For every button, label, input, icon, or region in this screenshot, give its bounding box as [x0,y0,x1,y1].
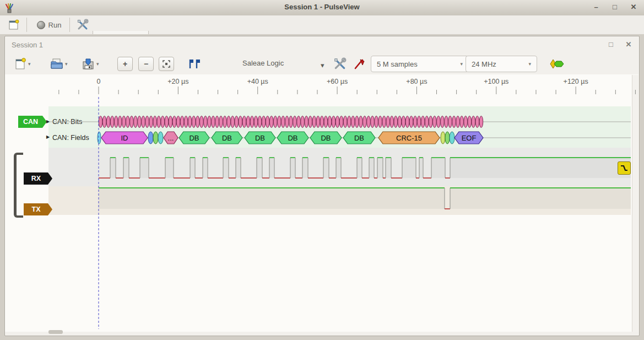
decoder-row-label-fields: CAN: Fields [52,134,89,142]
new-session-button[interactable] [4,17,23,33]
run-state-icon [37,21,45,29]
open-dropdown-icon[interactable]: ▾ [65,61,68,67]
trigger-marker[interactable] [618,161,631,175]
expand-arrow-icon[interactable]: ▶ [46,134,50,139]
session-toolbar: ▾ ▾ ▾ [5,54,639,75]
probe-icon [353,57,366,71]
sample-rate-value: 24 MHz [472,60,496,68]
maximize-button[interactable]: □ [610,2,620,12]
subwindow-restore-button[interactable]: □ [606,40,616,50]
sample-count-select[interactable]: 5 M samples ▾ [371,56,469,72]
new-file-dropdown-icon[interactable]: ▾ [28,61,31,67]
channels-probe-button[interactable] [353,56,366,72]
new-session-icon [8,19,19,30]
add-decoder-button[interactable] [549,56,565,72]
new-file-icon [14,57,26,71]
subwindow-header[interactable]: Session 1 □ ✕ [5,36,639,54]
save-dropdown-icon[interactable]: ▾ [96,61,99,67]
zoom-fit-icon [162,60,171,68]
device-select-arrow-icon[interactable]: ▾ [321,61,324,69]
subwindow-title: Session 1 [12,41,43,49]
toolbar-separator [26,18,27,32]
decoder-row-background [48,106,631,148]
subwindow-close-button[interactable]: ✕ [624,40,634,50]
wrench-screwdriver-icon [77,19,89,31]
zoom-fit-button[interactable] [159,56,174,72]
main-toolbar: Run Session 1 ✕ [0,15,644,35]
rx-row-background [48,148,631,186]
channel-group-bracket[interactable] [14,153,23,218]
zoom-in-button[interactable]: + [117,56,133,72]
sample-count-value: 5 M samples [377,60,418,68]
decoder-row-label-bits: CAN: Bits [52,118,82,126]
open-folder-icon [50,57,63,71]
save-icon [82,57,95,71]
show-cursors-button[interactable] [187,56,201,72]
open-file-button[interactable]: ▾ [50,56,68,72]
save-button[interactable]: ▾ [82,56,99,72]
run-button-label: Run [48,21,62,29]
sample-rate-select[interactable]: 24 MHz ▾ [466,56,537,72]
tx-row-background [48,186,631,215]
window-title: Session 1 - PulseView [0,3,644,11]
falling-edge-icon [620,164,629,172]
channel-tag-rx[interactable]: RX [24,172,52,185]
run-button[interactable]: Run [32,17,66,33]
sample-rate-arrow-icon: ▾ [528,61,531,67]
device-config-button[interactable] [333,56,347,72]
settings-button[interactable] [74,17,91,33]
decoder-tag-can[interactable]: CAN [18,116,47,128]
zoom-out-icon: − [138,57,154,71]
toolbar-separator [69,18,70,32]
device-select[interactable]: Saleae Logic [242,59,284,67]
expand-arrow-icon[interactable]: ▶ [46,119,50,124]
add-decoder-icon [549,58,565,70]
horizontal-scrollbar-handle[interactable] [48,330,63,334]
titlebar: Session 1 - PulseView – □ ✕ [0,0,644,16]
zoom-in-icon: + [117,57,133,71]
pulseview-window: Session 1 - PulseView – □ ✕ Run [0,0,644,340]
channel-tag-tx[interactable]: TX [24,203,52,215]
sample-count-arrow-icon: ▾ [460,61,463,67]
cursors-flags-icon [187,57,201,71]
zoom-out-button[interactable]: − [138,56,154,72]
config-wrench-icon [333,57,347,71]
close-button[interactable]: ✕ [629,2,638,12]
minimize-button[interactable]: – [591,2,601,12]
vertical-scrollbar[interactable] [632,75,639,332]
new-file-button[interactable]: ▾ [14,56,31,72]
